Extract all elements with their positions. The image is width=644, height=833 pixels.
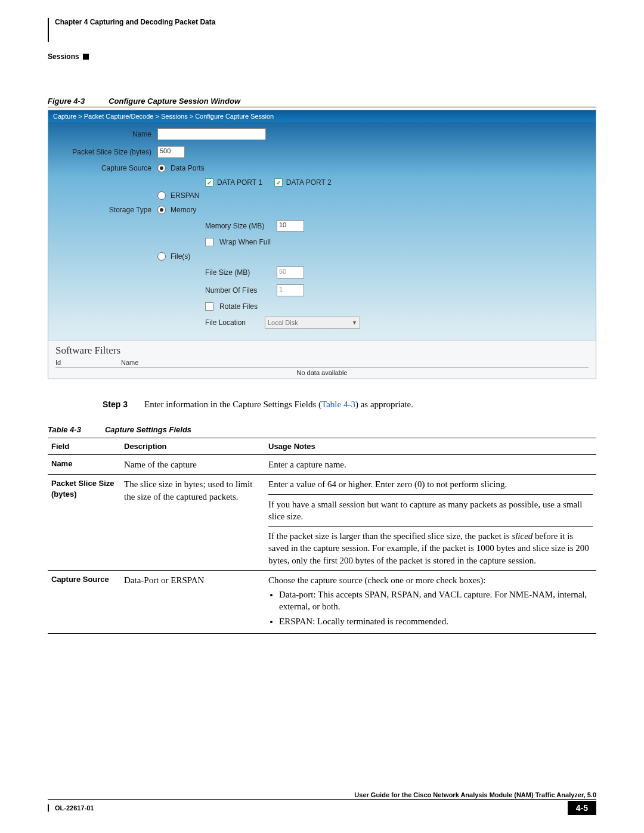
number-of-files-input[interactable]: 1 (277, 284, 304, 296)
chapter-heading: Chapter 4 Capturing and Decoding Packet … (55, 18, 215, 42)
checkbox-data-port-1[interactable] (205, 178, 213, 187)
label-data-port-1: DATA PORT 1 (217, 178, 262, 187)
table-row: Capture Source Data-Port or ERSPAN Choos… (48, 570, 596, 633)
checkbox-rotate[interactable] (205, 302, 213, 311)
capture-settings-table: Field Description Usage Notes Name Name … (48, 438, 596, 634)
radio-data-ports[interactable] (157, 164, 166, 172)
page-number: 4-5 (568, 801, 596, 815)
figure-caption: Figure 4-3Configure Capture Session Wind… (48, 97, 596, 107)
section-heading: Sessions (48, 52, 79, 61)
footer-doc-code: OL-22617-01 (48, 804, 94, 812)
th-usage: Usage Notes (265, 438, 596, 455)
option-data-ports: Data Ports (171, 164, 205, 172)
filters-col-name: Name (121, 359, 589, 366)
radio-erspan[interactable] (157, 191, 166, 200)
radio-files[interactable] (157, 252, 166, 261)
memory-size-input[interactable]: 10 (277, 220, 304, 232)
table-row: Packet Slice Size (bytes) The slice size… (48, 475, 596, 571)
label-file-location: File Location (205, 318, 259, 327)
footer-guide-title: User Guide for the Cisco Network Analysi… (48, 791, 596, 799)
figure-screenshot: Capture > Packet Capture/Decode > Sessio… (48, 110, 596, 379)
file-size-input[interactable]: 50 (277, 267, 304, 278)
label-file-size: File Size (MB) (205, 268, 271, 277)
th-field: Field (48, 438, 120, 455)
file-location-select[interactable]: Local Disk ▼ (265, 317, 360, 329)
table-row: Name Name of the capture Enter a capture… (48, 455, 596, 475)
software-filters-title: Software Filters (55, 345, 589, 357)
th-description: Description (120, 438, 265, 455)
filters-empty-message: No data available (55, 368, 589, 379)
table-link[interactable]: Table 4-3 (321, 400, 355, 409)
label-name: Name (53, 130, 157, 138)
label-packet-slice: Packet Slice Size (bytes) (53, 148, 157, 156)
label-capture-source: Capture Source (53, 164, 157, 172)
label-memory-size: Memory Size (MB) (205, 222, 271, 230)
table-caption: Table 4-3Capture Settings Fields (48, 425, 596, 434)
label-number-of-files: Number Of Files (205, 286, 271, 295)
label-storage-type: Storage Type (53, 206, 157, 214)
packet-slice-input[interactable]: 500 (157, 146, 185, 158)
breadcrumb: Capture > Packet Capture/Decode > Sessio… (48, 110, 596, 122)
step-3: Step 3 Enter information in the Capture … (103, 400, 596, 410)
option-files: File(s) (171, 252, 190, 261)
name-input[interactable] (157, 128, 266, 140)
label-data-port-2: DATA PORT 2 (286, 178, 332, 187)
option-erspan: ERSPAN (171, 191, 199, 200)
label-wrap: Wrap When Full (219, 238, 271, 246)
section-marker-icon (83, 54, 89, 60)
checkbox-wrap[interactable] (205, 238, 213, 246)
chevron-down-icon: ▼ (352, 320, 357, 326)
option-memory: Memory (171, 206, 196, 214)
filters-col-id: Id (55, 359, 121, 366)
label-rotate: Rotate Files (219, 302, 258, 311)
radio-memory[interactable] (157, 206, 166, 214)
checkbox-data-port-2[interactable] (274, 178, 283, 187)
